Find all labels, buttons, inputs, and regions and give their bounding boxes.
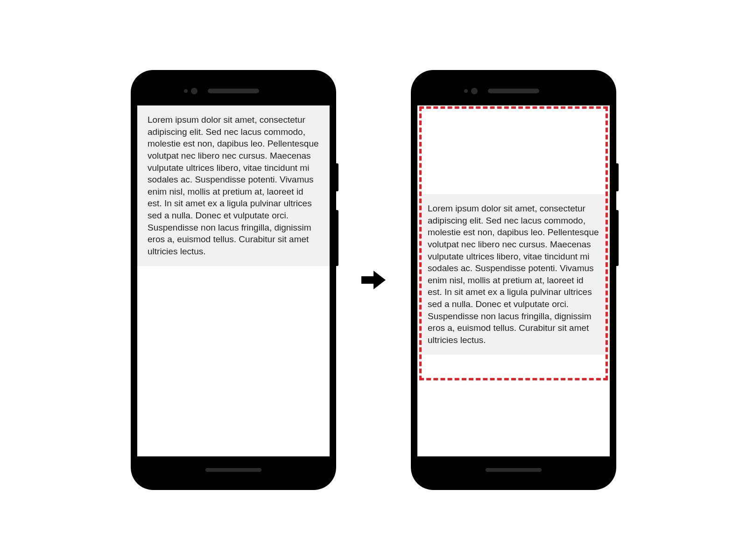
body-text: Lorem ipsum dolor sit amet, consectetur … — [417, 194, 610, 355]
phone-top-bezel — [417, 77, 610, 105]
phone-top-bezel — [137, 77, 330, 105]
blank-top-region — [417, 105, 610, 194]
sensor-icon — [184, 89, 188, 93]
phone-bottom-bezel — [137, 456, 330, 483]
phone-mockup-right: Lorem ipsum dolor sit amet, consectetur … — [411, 70, 616, 490]
speaker-icon — [205, 468, 261, 472]
camera-icon — [471, 88, 478, 94]
speaker-icon — [486, 468, 542, 472]
phone-screen: Lorem ipsum dolor sit amet, consectetur … — [137, 105, 330, 456]
phone-mockup-left: Lorem ipsum dolor sit amet, consectetur … — [131, 70, 336, 490]
sensor-icon — [464, 89, 468, 93]
phone-side-button — [616, 163, 619, 191]
diagram-layout: Lorem ipsum dolor sit amet, consectetur … — [0, 0, 747, 560]
phone-side-button — [336, 210, 338, 266]
phone-side-button — [616, 210, 619, 266]
phone-inner: Lorem ipsum dolor sit amet, consectetur … — [137, 77, 330, 483]
phone-screen: Lorem ipsum dolor sit amet, consectetur … — [417, 105, 610, 456]
phone-side-button — [336, 163, 338, 191]
speaker-icon — [208, 89, 259, 93]
phone-inner: Lorem ipsum dolor sit amet, consectetur … — [417, 77, 610, 483]
phone-bottom-bezel — [417, 456, 610, 483]
speaker-icon — [488, 89, 539, 93]
arrow-right-icon — [355, 266, 392, 294]
body-text: Lorem ipsum dolor sit amet, consectetur … — [137, 105, 330, 266]
camera-icon — [191, 88, 197, 94]
